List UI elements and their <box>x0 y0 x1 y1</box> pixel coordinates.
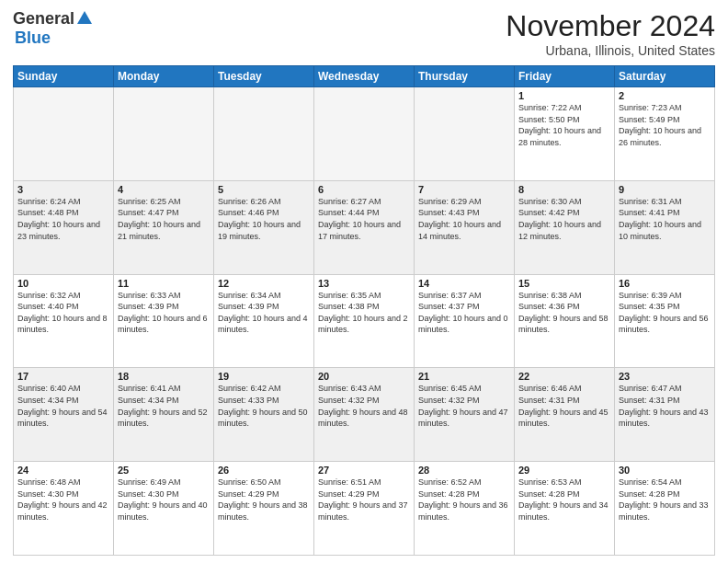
day-info: Sunrise: 6:41 AM Sunset: 4:34 PM Dayligh… <box>118 383 210 429</box>
day-info: Sunrise: 6:25 AM Sunset: 4:47 PM Dayligh… <box>118 196 210 242</box>
day-number: 4 <box>118 184 210 195</box>
day-info: Sunrise: 6:54 AM Sunset: 4:28 PM Dayligh… <box>619 477 711 523</box>
calendar-header-row: SundayMondayTuesdayWednesdayThursdayFrid… <box>14 66 715 87</box>
day-number: 27 <box>318 465 410 476</box>
day-info: Sunrise: 6:50 AM Sunset: 4:29 PM Dayligh… <box>218 477 310 523</box>
calendar-cell <box>14 87 114 181</box>
day-info: Sunrise: 6:48 AM Sunset: 4:30 PM Dayligh… <box>17 477 109 523</box>
day-number: 1 <box>518 90 610 101</box>
day-number: 30 <box>619 465 711 476</box>
day-number: 19 <box>218 371 310 382</box>
calendar-cell: 25Sunrise: 6:49 AM Sunset: 4:30 PM Dayli… <box>114 462 214 556</box>
day-info: Sunrise: 6:43 AM Sunset: 4:32 PM Dayligh… <box>318 383 410 429</box>
day-number: 10 <box>17 278 109 289</box>
calendar-cell: 13Sunrise: 6:35 AM Sunset: 4:38 PM Dayli… <box>314 274 415 368</box>
calendar-cell: 8Sunrise: 6:30 AM Sunset: 4:42 PM Daylig… <box>515 180 615 274</box>
day-number: 23 <box>619 371 711 382</box>
day-number: 20 <box>318 371 410 382</box>
calendar-cell: 18Sunrise: 6:41 AM Sunset: 4:34 PM Dayli… <box>114 368 214 462</box>
day-info: Sunrise: 6:46 AM Sunset: 4:31 PM Dayligh… <box>518 383 610 429</box>
calendar-cell: 17Sunrise: 6:40 AM Sunset: 4:34 PM Dayli… <box>14 368 114 462</box>
day-number: 21 <box>418 371 510 382</box>
calendar-cell <box>314 87 415 181</box>
day-info: Sunrise: 6:37 AM Sunset: 4:37 PM Dayligh… <box>418 290 510 336</box>
day-info: Sunrise: 6:31 AM Sunset: 4:41 PM Dayligh… <box>619 196 711 242</box>
calendar-cell: 10Sunrise: 6:32 AM Sunset: 4:40 PM Dayli… <box>14 274 114 368</box>
day-number: 6 <box>318 184 410 195</box>
calendar-cell: 27Sunrise: 6:51 AM Sunset: 4:29 PM Dayli… <box>314 462 415 556</box>
day-header-sunday: Sunday <box>14 66 114 87</box>
page: General Blue November 2024 Urbana, Illin… <box>0 0 728 563</box>
calendar-cell: 22Sunrise: 6:46 AM Sunset: 4:31 PM Dayli… <box>515 368 615 462</box>
calendar-cell: 4Sunrise: 6:25 AM Sunset: 4:47 PM Daylig… <box>114 180 214 274</box>
day-header-friday: Friday <box>515 66 615 87</box>
day-number: 8 <box>518 184 610 195</box>
calendar-week-row: 24Sunrise: 6:48 AM Sunset: 4:30 PM Dayli… <box>14 462 715 556</box>
day-number: 14 <box>418 278 510 289</box>
day-header-tuesday: Tuesday <box>214 66 314 87</box>
calendar-cell: 14Sunrise: 6:37 AM Sunset: 4:37 PM Dayli… <box>415 274 515 368</box>
calendar-cell: 2Sunrise: 7:23 AM Sunset: 5:49 PM Daylig… <box>615 87 715 181</box>
logo-general: General <box>13 9 74 29</box>
day-info: Sunrise: 6:27 AM Sunset: 4:44 PM Dayligh… <box>318 196 410 242</box>
day-info: Sunrise: 7:22 AM Sunset: 5:50 PM Dayligh… <box>518 102 610 148</box>
day-number: 11 <box>118 278 210 289</box>
day-number: 7 <box>418 184 510 195</box>
day-info: Sunrise: 6:49 AM Sunset: 4:30 PM Dayligh… <box>118 477 210 523</box>
calendar-cell: 20Sunrise: 6:43 AM Sunset: 4:32 PM Dayli… <box>314 368 415 462</box>
day-info: Sunrise: 6:30 AM Sunset: 4:42 PM Dayligh… <box>518 196 610 242</box>
day-header-wednesday: Wednesday <box>314 66 415 87</box>
day-info: Sunrise: 6:24 AM Sunset: 4:48 PM Dayligh… <box>17 196 109 242</box>
calendar-week-row: 1Sunrise: 7:22 AM Sunset: 5:50 PM Daylig… <box>14 87 715 181</box>
month-title: November 2024 <box>506 9 715 43</box>
calendar-cell: 12Sunrise: 6:34 AM Sunset: 4:39 PM Dayli… <box>214 274 314 368</box>
calendar-cell: 30Sunrise: 6:54 AM Sunset: 4:28 PM Dayli… <box>615 462 715 556</box>
day-number: 2 <box>619 90 711 101</box>
logo-blue: Blue <box>15 29 51 48</box>
day-number: 17 <box>17 371 109 382</box>
calendar-cell: 5Sunrise: 6:26 AM Sunset: 4:46 PM Daylig… <box>214 180 314 274</box>
day-number: 15 <box>518 278 610 289</box>
calendar-cell <box>415 87 515 181</box>
day-info: Sunrise: 6:53 AM Sunset: 4:28 PM Dayligh… <box>518 477 610 523</box>
day-info: Sunrise: 6:32 AM Sunset: 4:40 PM Dayligh… <box>17 290 109 336</box>
calendar-cell: 23Sunrise: 6:47 AM Sunset: 4:31 PM Dayli… <box>615 368 715 462</box>
calendar-cell: 11Sunrise: 6:33 AM Sunset: 4:39 PM Dayli… <box>114 274 214 368</box>
day-number: 3 <box>17 184 109 195</box>
logo-triangle-icon <box>77 11 92 28</box>
logo: General Blue <box>13 9 92 48</box>
day-header-saturday: Saturday <box>615 66 715 87</box>
day-number: 13 <box>318 278 410 289</box>
calendar-cell <box>114 87 214 181</box>
calendar-cell: 9Sunrise: 6:31 AM Sunset: 4:41 PM Daylig… <box>615 180 715 274</box>
day-info: Sunrise: 6:47 AM Sunset: 4:31 PM Dayligh… <box>619 383 711 429</box>
calendar-cell: 29Sunrise: 6:53 AM Sunset: 4:28 PM Dayli… <box>515 462 615 556</box>
calendar-cell: 1Sunrise: 7:22 AM Sunset: 5:50 PM Daylig… <box>515 87 615 181</box>
day-number: 12 <box>218 278 310 289</box>
calendar-cell: 28Sunrise: 6:52 AM Sunset: 4:28 PM Dayli… <box>415 462 515 556</box>
calendar-cell: 3Sunrise: 6:24 AM Sunset: 4:48 PM Daylig… <box>14 180 114 274</box>
calendar-cell: 16Sunrise: 6:39 AM Sunset: 4:35 PM Dayli… <box>615 274 715 368</box>
day-info: Sunrise: 6:52 AM Sunset: 4:28 PM Dayligh… <box>418 477 510 523</box>
day-info: Sunrise: 6:34 AM Sunset: 4:39 PM Dayligh… <box>218 290 310 336</box>
calendar-cell: 6Sunrise: 6:27 AM Sunset: 4:44 PM Daylig… <box>314 180 415 274</box>
day-info: Sunrise: 6:29 AM Sunset: 4:43 PM Dayligh… <box>418 196 510 242</box>
day-info: Sunrise: 7:23 AM Sunset: 5:49 PM Dayligh… <box>619 102 711 148</box>
header: General Blue November 2024 Urbana, Illin… <box>13 9 715 58</box>
calendar-week-row: 17Sunrise: 6:40 AM Sunset: 4:34 PM Dayli… <box>14 368 715 462</box>
calendar-cell: 7Sunrise: 6:29 AM Sunset: 4:43 PM Daylig… <box>415 180 515 274</box>
day-number: 16 <box>619 278 711 289</box>
day-info: Sunrise: 6:45 AM Sunset: 4:32 PM Dayligh… <box>418 383 510 429</box>
day-info: Sunrise: 6:33 AM Sunset: 4:39 PM Dayligh… <box>118 290 210 336</box>
day-number: 28 <box>418 465 510 476</box>
day-info: Sunrise: 6:42 AM Sunset: 4:33 PM Dayligh… <box>218 383 310 429</box>
day-info: Sunrise: 6:39 AM Sunset: 4:35 PM Dayligh… <box>619 290 711 336</box>
title-section: November 2024 Urbana, Illinois, United S… <box>506 9 715 58</box>
day-number: 26 <box>218 465 310 476</box>
calendar-week-row: 10Sunrise: 6:32 AM Sunset: 4:40 PM Dayli… <box>14 274 715 368</box>
day-number: 24 <box>17 465 109 476</box>
calendar-table: SundayMondayTuesdayWednesdayThursdayFrid… <box>13 65 715 556</box>
day-info: Sunrise: 6:35 AM Sunset: 4:38 PM Dayligh… <box>318 290 410 336</box>
day-number: 22 <box>518 371 610 382</box>
svg-marker-0 <box>77 11 92 24</box>
